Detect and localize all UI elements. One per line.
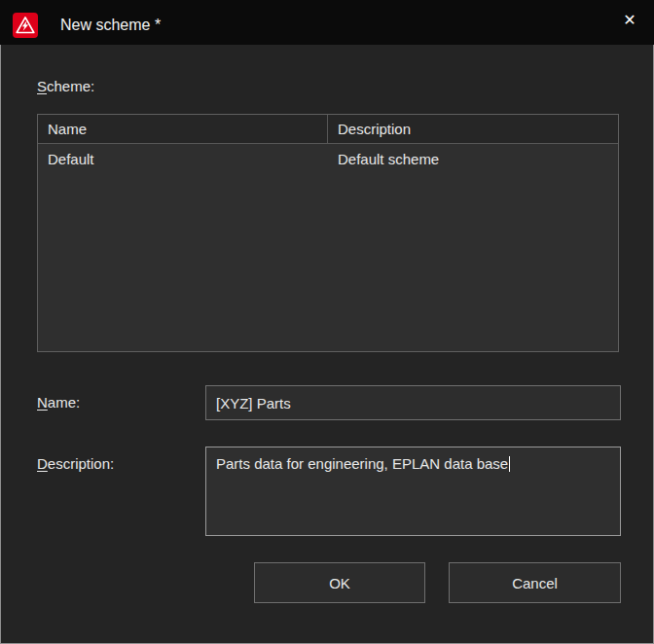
cell-scheme-description: Default scheme — [328, 144, 618, 174]
description-text: Parts data for engineering, EPLAN data b… — [216, 455, 508, 472]
table-header-row: Name Description — [38, 115, 618, 144]
name-input[interactable] — [205, 385, 621, 420]
dialog-body: Scheme: Name Description Default Default… — [0, 45, 654, 644]
table-row[interactable]: Default Default scheme — [38, 144, 618, 174]
window-title: New scheme * — [60, 13, 161, 38]
column-header-description[interactable]: Description — [328, 115, 618, 143]
text-caret — [509, 456, 510, 472]
description-input[interactable]: Parts data for engineering, EPLAN data b… — [205, 447, 621, 536]
scheme-label: Scheme: — [37, 78, 94, 94]
new-scheme-dialog: New scheme * ✕ Scheme: Name Description … — [0, 0, 654, 644]
description-label: Description: — [37, 455, 114, 472]
ok-button[interactable]: OK — [254, 562, 425, 603]
eplan-logo-icon — [13, 13, 38, 38]
name-label: Name: — [37, 394, 80, 411]
scheme-table[interactable]: Name Description Default Default scheme — [37, 114, 619, 352]
close-icon[interactable]: ✕ — [613, 4, 646, 35]
title-bar: New scheme * ✕ — [0, 0, 654, 45]
cell-scheme-name: Default — [38, 144, 328, 174]
column-header-name[interactable]: Name — [38, 115, 328, 143]
cancel-button[interactable]: Cancel — [449, 562, 621, 603]
